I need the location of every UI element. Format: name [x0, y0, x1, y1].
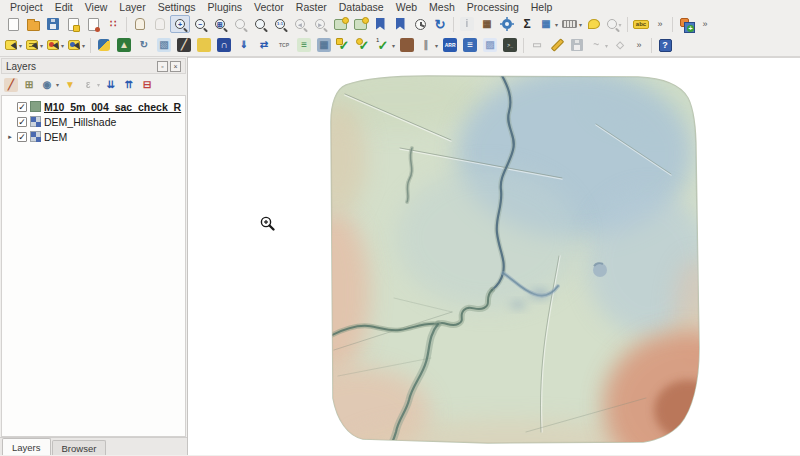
hatch-fill-tool-icon[interactable]: ▨	[480, 36, 500, 54]
menu-edit[interactable]: Edit	[49, 1, 79, 13]
remove-layer-icon[interactable]: ⊟	[138, 76, 156, 94]
new-spatial-bookmark-icon[interactable]	[370, 15, 390, 33]
add-group-icon[interactable]: ⊞	[20, 76, 38, 94]
help-icon[interactable]: ?	[655, 36, 675, 54]
layer-row[interactable]: ▸✓DEM	[2, 129, 185, 144]
open-project-icon[interactable]	[23, 15, 43, 33]
serval-tool-icon[interactable]: ≡	[460, 36, 480, 54]
python-console-icon[interactable]	[94, 36, 114, 54]
show-spatial-bookmarks-icon[interactable]	[390, 15, 410, 33]
identify-features-icon[interactable]: i	[457, 15, 477, 33]
toggle-editing-icon[interactable]	[547, 36, 567, 54]
pan-map-icon[interactable]	[130, 15, 150, 33]
new-report-icon[interactable]: ∷	[103, 15, 123, 33]
toolbar-overflow-2-icon[interactable]: »	[696, 15, 714, 33]
new-map-view-icon[interactable]	[330, 15, 350, 33]
new-project-icon[interactable]	[3, 15, 23, 33]
layer-label[interactable]: DEM	[44, 131, 67, 143]
plugin-reloader-icon[interactable]: ↻	[134, 36, 154, 54]
plugin-arch-icon[interactable]: ∩	[214, 36, 234, 54]
filter-legend-icon[interactable]: ▼	[61, 76, 79, 94]
georeferencer-icon[interactable]: ▦	[314, 36, 334, 54]
manage-map-themes-icon[interactable]: ◉	[38, 76, 61, 94]
layer-visibility-checkbox[interactable]: ✓	[17, 132, 27, 142]
processing-toolbox-icon[interactable]	[497, 15, 517, 33]
layer-label[interactable]: DEM_Hillshade	[44, 116, 116, 128]
panel-tab-browser[interactable]: Browser	[52, 440, 107, 455]
toolbar-overflow-3-icon[interactable]: »	[630, 36, 648, 54]
map-tips-icon[interactable]	[584, 15, 604, 33]
tcp-connector-icon[interactable]: TCP	[274, 36, 294, 54]
zoom-last-icon[interactable]: ◂	[290, 15, 310, 33]
check-validity-icon[interactable]: ✓	[334, 36, 354, 54]
deselect-features-icon[interactable]	[45, 36, 66, 54]
check-geometry-icon[interactable]: ✓	[354, 36, 374, 54]
toolbar-overflow-1-icon[interactable]: »	[651, 15, 669, 33]
menu-raster[interactable]: Raster	[290, 1, 333, 13]
attachments-icon[interactable]: ∥	[417, 36, 440, 54]
layer-row[interactable]: ✓DEM_Hillshade	[2, 114, 185, 129]
open-layer-styling-icon[interactable]: ╱	[2, 76, 20, 94]
topology-checker-icon[interactable]: ✓	[374, 36, 397, 54]
measure-icon[interactable]	[560, 15, 584, 33]
layer-visibility-checkbox[interactable]: ✓	[17, 102, 27, 112]
add-line-feature-icon[interactable]: ~	[587, 36, 610, 54]
plugin-mascot-icon[interactable]	[397, 36, 417, 54]
quickmapservices-icon[interactable]: ▲	[114, 36, 134, 54]
collapse-all-icon[interactable]: ⇈	[120, 76, 138, 94]
temporal-controller-icon[interactable]	[410, 15, 430, 33]
layer-label[interactable]: M10_5m_004_sac_check_R	[44, 101, 181, 113]
menu-vector[interactable]: Vector	[248, 1, 290, 13]
menu-plugins[interactable]: Plugins	[202, 1, 248, 13]
menu-layer[interactable]: Layer	[113, 1, 151, 13]
menu-settings[interactable]: Settings	[152, 1, 202, 13]
labeling-icon[interactable]: abc	[631, 15, 651, 33]
select-features-icon[interactable]	[3, 36, 24, 54]
grass-tools-icon[interactable]	[194, 36, 214, 54]
layer-tree[interactable]: ✓M10_5m_004_sac_check_R✓DEM_Hillshade▸✓D…	[1, 95, 186, 437]
menu-processing[interactable]: Processing	[461, 1, 525, 13]
zoom-out-icon[interactable]: −	[190, 15, 210, 33]
select-by-location-icon[interactable]	[66, 36, 87, 54]
zoom-to-layer-icon[interactable]	[250, 15, 270, 33]
menu-help[interactable]: Help	[525, 1, 559, 13]
plugin-pen-icon[interactable]: ╱	[174, 36, 194, 54]
arr-tool-icon[interactable]: ARR	[440, 36, 460, 54]
statistical-summary-icon[interactable]: Σ	[517, 15, 537, 33]
zoom-full-extent-icon[interactable]: ⊞	[210, 15, 230, 33]
menu-mesh[interactable]: Mesh	[423, 1, 461, 13]
osm-place-search-icon[interactable]	[604, 15, 624, 33]
open-attribute-table-icon[interactable]: ▦	[477, 15, 497, 33]
expand-all-icon[interactable]: ⇊	[102, 76, 120, 94]
add-layer-icon[interactable]	[676, 15, 696, 33]
menu-view[interactable]: View	[79, 1, 114, 13]
zoom-native-resolution-icon[interactable]: 1:1	[270, 15, 290, 33]
map-canvas[interactable]	[188, 57, 800, 455]
pan-to-selection-icon[interactable]	[150, 15, 170, 33]
download-layer-icon[interactable]: ⇓	[234, 36, 254, 54]
layer-visibility-checkbox[interactable]: ✓	[17, 117, 27, 127]
layout-manager-icon[interactable]	[63, 15, 83, 33]
menu-database[interactable]: Database	[333, 1, 390, 13]
expand-arrow-icon[interactable]: ▸	[6, 133, 14, 141]
zoom-in-icon[interactable]: +	[170, 15, 190, 33]
panel-tab-layers[interactable]: Layers	[2, 438, 51, 455]
filter-by-expression-icon[interactable]: ε	[79, 76, 102, 94]
layer-stack-compare-icon[interactable]: ≡	[294, 36, 314, 54]
select-by-form-icon[interactable]	[24, 36, 45, 54]
vertex-tool-icon[interactable]: ◇	[610, 36, 630, 54]
new-3d-map-view-icon[interactable]	[350, 15, 370, 33]
terminal-console-icon[interactable]: >_	[500, 36, 520, 54]
close-panel-icon[interactable]: ×	[170, 61, 181, 72]
transfer-layer-icon[interactable]: ⇄	[254, 36, 274, 54]
zoom-next-icon[interactable]: ▸	[310, 15, 330, 33]
zoom-to-selection-icon[interactable]	[230, 15, 250, 33]
mapswipe-tool-icon[interactable]: ▧	[154, 36, 174, 54]
save-project-icon[interactable]	[43, 15, 63, 33]
attribute-table-dropdown-icon[interactable]: ▦	[537, 15, 560, 33]
refresh-map-icon[interactable]: ↻	[430, 15, 450, 33]
save-edits-icon[interactable]	[567, 36, 587, 54]
menu-web[interactable]: Web	[390, 1, 423, 13]
current-edits-icon[interactable]: ▭	[527, 36, 547, 54]
layer-row[interactable]: ✓M10_5m_004_sac_check_R	[2, 99, 185, 114]
